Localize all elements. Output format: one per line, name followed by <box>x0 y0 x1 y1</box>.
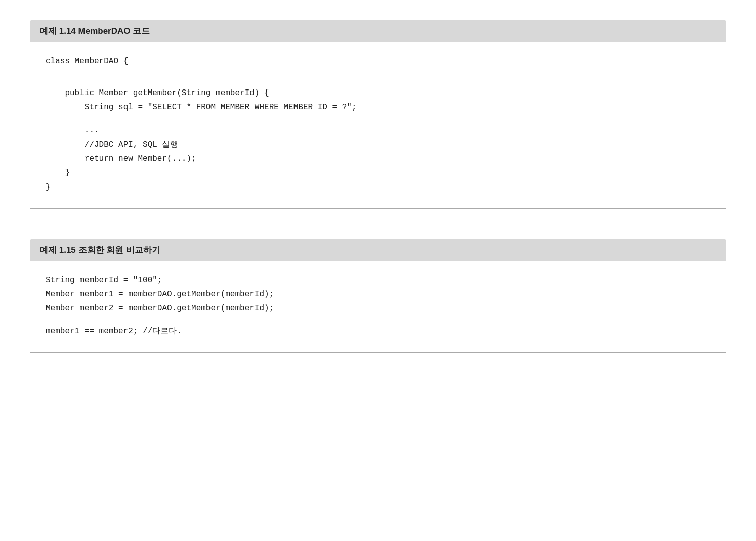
code-line-empty <box>46 68 710 77</box>
code-line: class MemberDAO { <box>46 54 710 68</box>
section-gap <box>30 229 726 239</box>
page-content: 예제 1.14 MemberDAO 코드 class MemberDAO { p… <box>30 20 726 353</box>
example-1-15-header: 예제 1.15 조회한 회원 비교하기 <box>30 239 726 261</box>
code-line: public Member getMember(String memberId)… <box>46 86 710 100</box>
code-line: String sql = "SELECT * FROM MEMBER WHERE… <box>46 100 710 114</box>
code-line-empty <box>46 77 710 86</box>
example-1-14-header: 예제 1.14 MemberDAO 코드 <box>30 20 726 42</box>
code-line: String memberId = "100"; <box>46 273 710 287</box>
code-line: Member member1 = memberDAO.getMember(mem… <box>46 287 710 301</box>
code-line: ... <box>46 123 710 138</box>
code-line: //JDBC API, SQL 실행 <box>46 138 710 152</box>
code-line: member1 == member2; //다르다. <box>46 324 710 338</box>
example-1-15: 예제 1.15 조회한 회원 비교하기 String memberId = "1… <box>30 239 726 353</box>
code-line-empty <box>46 315 710 325</box>
code-line: } <box>46 166 710 180</box>
example-1-15-code: String memberId = "100"; Member member1 … <box>30 261 726 353</box>
example-1-14-title: 예제 1.14 MemberDAO 코드 <box>39 26 150 36</box>
example-1-14: 예제 1.14 MemberDAO 코드 class MemberDAO { p… <box>30 20 726 209</box>
example-1-14-code: class MemberDAO { public Member getMembe… <box>30 42 726 209</box>
code-line: return new Member(...); <box>46 152 710 166</box>
code-line-empty <box>46 114 710 123</box>
code-line: Member member2 = memberDAO.getMember(mem… <box>46 301 710 315</box>
example-1-15-title: 예제 1.15 조회한 회원 비교하기 <box>39 245 160 255</box>
code-line: } <box>46 180 710 194</box>
